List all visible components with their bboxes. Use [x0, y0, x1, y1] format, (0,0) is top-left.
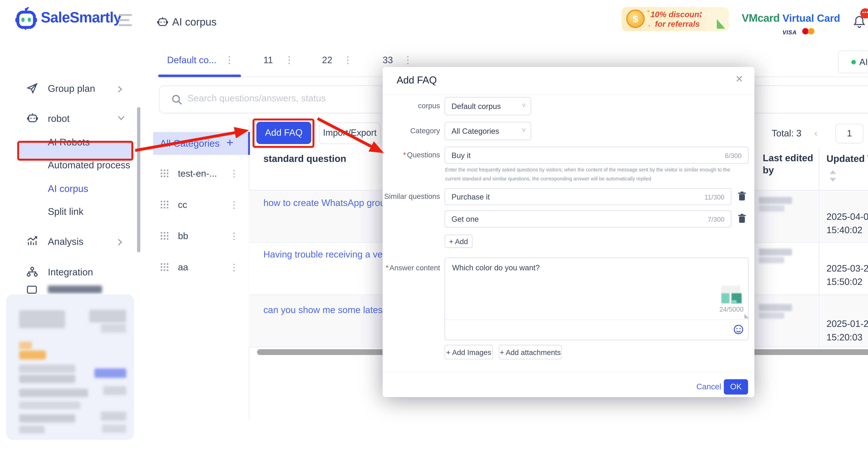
column-divider — [819, 148, 819, 347]
sidebar-collapse-button[interactable] — [119, 14, 132, 29]
ai-auto-reply-label: AI Auto Reply — [859, 57, 868, 67]
column-header-updated-time[interactable]: Updated Time — [827, 153, 868, 164]
tab-kebab-icon[interactable]: ⋮ — [284, 54, 294, 66]
add-similar-question-button[interactable]: + Add — [444, 235, 472, 248]
tab-11[interactable]: 11 — [264, 55, 273, 65]
add-category-icon[interactable]: + — [226, 136, 234, 150]
questions-label: *Questions — [357, 151, 440, 159]
similar-question-input-wrap: 7/300 — [444, 210, 732, 227]
questions-input[interactable] — [452, 148, 707, 163]
add-images-button[interactable]: + Add Images — [444, 345, 493, 359]
sidebar-item-analysis[interactable]: Analysis — [0, 235, 140, 250]
watermark-blurred — [732, 300, 736, 303]
last-edited-by-blurred — [759, 197, 792, 211]
emoji-icon[interactable] — [733, 324, 744, 335]
vmcard-brand: VMcard — [742, 12, 780, 24]
sidebar-item-robot[interactable]: robot — [0, 111, 140, 127]
category-kebab-icon[interactable]: ⋮ — [229, 231, 238, 241]
drag-handle-icon[interactable] — [161, 169, 168, 177]
search-icon — [172, 94, 182, 105]
page-title-icon — [157, 17, 168, 27]
column-header-standard-question[interactable]: standard question — [264, 153, 346, 164]
category-item-test-en[interactable]: test-en-... ⋮ — [153, 167, 249, 181]
referral-promo-banner[interactable]: $ ✦ ✦ 10% discount for referrals ••• — [622, 7, 729, 31]
category-select[interactable]: All Categories ˅ — [444, 122, 531, 140]
tab-22[interactable]: 22 — [322, 55, 332, 65]
sidebar-item-partial-text — [48, 286, 102, 293]
add-attachments-button[interactable]: + Add attachments — [499, 345, 562, 359]
last-edited-by-blurred — [759, 249, 792, 263]
page-title: AI corpus — [172, 16, 217, 28]
category-item-bb[interactable]: bb ⋮ — [153, 229, 249, 243]
faq-question-link[interactable]: Having trouble receiving a verif... — [264, 249, 384, 259]
sparkle-icon: ✦ — [646, 8, 651, 15]
trash-icon[interactable] — [738, 214, 746, 223]
similar-question-input[interactable] — [452, 189, 707, 204]
cancel-button[interactable]: Cancel — [696, 382, 721, 391]
updated-time-cell: 2025-04-0715:40:02 — [827, 210, 868, 236]
annotation-box-add-faq — [253, 119, 314, 148]
sidebar-item-group-plan[interactable]: Group plan — [0, 81, 140, 97]
category-active-indicator — [248, 132, 250, 155]
faq-question-link[interactable]: can you show me some latest ... — [264, 305, 396, 315]
promo-triangle — [717, 19, 725, 29]
resize-handle-icon[interactable]: ◢ — [744, 314, 750, 318]
plus-icon: + — [500, 349, 506, 356]
drag-handle-icon[interactable] — [161, 201, 168, 208]
sidebar-scrollbar[interactable] — [137, 107, 140, 253]
modal-footer-divider — [383, 372, 754, 372]
sidebar-item-integration[interactable]: Integration — [0, 265, 140, 281]
ok-button[interactable]: OK — [724, 379, 748, 395]
vmcard-logo[interactable]: VMcard Virtual Card — [742, 12, 840, 25]
category-item-aa[interactable]: aa ⋮ — [153, 261, 249, 275]
brand-logo-icon — [14, 7, 38, 31]
tab-kebab-icon[interactable]: ⋮ — [403, 54, 413, 66]
tab-default-corpus[interactable]: Default co... — [167, 55, 216, 65]
sidebar-item-ai-corpus[interactable]: AI corpus — [0, 182, 140, 197]
brand-name: SaleSmartly — [41, 9, 121, 26]
green-status-dot — [851, 60, 856, 64]
account-widget-blurred — [6, 294, 134, 440]
category-kebab-icon[interactable]: ⋮ — [229, 168, 238, 178]
active-tab-underline — [158, 75, 241, 77]
sort-asc-icon[interactable] — [830, 170, 836, 174]
coin-icon: $ — [626, 9, 645, 28]
answer-content-box: Which color do you want? 24/5000 ◢ — [444, 258, 749, 340]
pagination-current-page[interactable]: 1 — [835, 124, 864, 143]
updated-time-cell: 2025-03-2115:50:02 — [827, 262, 868, 288]
questions-helper-text: Enter the most frequently asked question… — [445, 166, 750, 183]
tab-kebab-icon[interactable]: ⋮ — [343, 54, 352, 66]
ai-auto-reply-button[interactable]: AI Auto Reply — [838, 50, 868, 73]
similar-question-input[interactable] — [452, 212, 707, 227]
corpus-select[interactable]: Default corpus ˅ — [444, 97, 531, 116]
watermark-blurred — [721, 293, 730, 303]
drag-handle-icon[interactable] — [161, 232, 168, 239]
app-window: SaleSmartly $ ✦ ✦ 10% discount for refer… — [0, 0, 868, 457]
chevron-right-icon — [117, 85, 122, 93]
chevron-down-icon: ˅ — [522, 101, 526, 109]
app-header: SaleSmartly $ ✦ ✦ 10% discount for refer… — [0, 0, 868, 38]
category-label: Category — [357, 127, 440, 134]
integration-nodes-icon — [27, 266, 37, 277]
sidebar-item-split-link[interactable]: Split link — [0, 204, 140, 220]
column-header-last-edited-by[interactable]: Last edited by — [763, 152, 817, 176]
drag-handle-icon[interactable] — [161, 263, 168, 271]
chevron-down-icon: ˅ — [522, 126, 526, 134]
category-kebab-icon[interactable]: ⋮ — [229, 199, 238, 210]
category-kebab-icon[interactable]: ⋮ — [229, 262, 238, 272]
promo-dots: ••• — [700, 10, 711, 18]
answer-content-textarea[interactable]: Which color do you want? — [452, 263, 733, 314]
pagination-prev-icon[interactable]: ‹ — [814, 128, 817, 138]
tab-kebab-icon[interactable]: ⋮ — [224, 54, 234, 66]
category-item-cc[interactable]: cc ⋮ — [153, 198, 249, 212]
answer-toolbar-divider — [445, 319, 748, 320]
last-edited-by-blurred — [759, 304, 792, 319]
tab-33[interactable]: 33 — [383, 55, 393, 65]
trash-icon[interactable] — [738, 191, 746, 201]
category-all[interactable]: All Categories + — [153, 132, 248, 155]
mastercard-icon — [808, 28, 814, 35]
sidebar: Group plan robot AI Robots Automated pro… — [0, 38, 140, 457]
sort-desc-icon[interactable] — [830, 178, 836, 182]
required-asterisk: * — [403, 151, 406, 159]
close-icon[interactable]: ✕ — [735, 73, 743, 85]
